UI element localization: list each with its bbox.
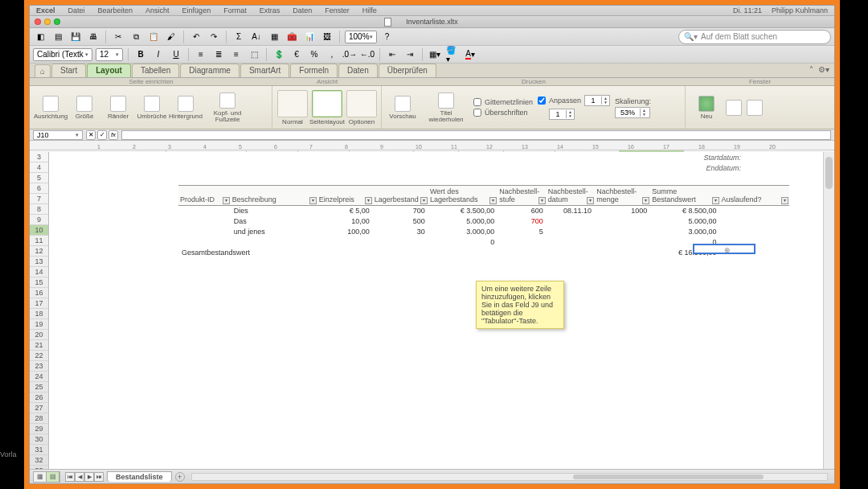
vertical-scrollbar[interactable]	[823, 152, 834, 469]
merge-cells-icon[interactable]: ⬚	[247, 47, 261, 62]
margins-button[interactable]: Ränder	[102, 96, 134, 120]
menu-hilfe[interactable]: Hilfe	[362, 6, 377, 14]
bold-icon[interactable]: B	[133, 47, 148, 62]
media-icon[interactable]: 🖼	[320, 30, 334, 44]
row-header-10[interactable]: 10	[30, 225, 48, 236]
row-header-26[interactable]: 26	[30, 392, 48, 403]
header-footer-button[interactable]: Kopf- und Fußzeile	[203, 92, 252, 123]
row-header-15[interactable]: 15	[30, 277, 48, 288]
gallery-icon[interactable]: ▦	[267, 30, 281, 44]
fx-icon[interactable]: fx	[108, 130, 118, 140]
gridlines-checkbox[interactable]: Gitternetzlinien	[473, 97, 533, 107]
filter-icon[interactable]: ▾	[223, 197, 230, 204]
row-header-25[interactable]: 25	[30, 382, 48, 392]
redo-icon[interactable]: ↷	[207, 30, 221, 44]
menu-datei[interactable]: Datei	[68, 6, 85, 14]
tab-nav-prev-icon[interactable]: ◀	[75, 472, 84, 482]
row-header-30[interactable]: 30	[30, 434, 48, 445]
table-header[interactable]: Lagerbestand▾	[373, 186, 428, 206]
table-header[interactable]: Nachbestell-stufe▾	[497, 186, 546, 206]
confirm-formula-icon[interactable]: ✓	[97, 130, 107, 140]
row-header-24[interactable]: 24	[30, 372, 48, 382]
align-left-icon[interactable]: ≡	[194, 47, 208, 62]
filter-icon[interactable]: ▾	[538, 197, 546, 204]
menu-daten[interactable]: Daten	[293, 6, 312, 14]
freeze-button[interactable]	[745, 100, 764, 116]
copy-icon[interactable]: ⧉	[129, 30, 143, 44]
filter-icon[interactable]: ▾	[642, 197, 649, 204]
decrease-indent-icon[interactable]: ⇤	[385, 47, 399, 62]
row-header-7[interactable]: 7	[30, 194, 48, 204]
view-normal-button[interactable]	[277, 90, 308, 117]
cut-icon[interactable]: ✂	[111, 30, 125, 44]
euro-icon[interactable]: €	[289, 47, 304, 62]
undo-icon[interactable]: ↶	[189, 30, 203, 44]
decrease-decimal-icon[interactable]: ←.0	[360, 47, 375, 62]
row-header-8[interactable]: 8	[30, 204, 48, 215]
row-header-19[interactable]: 19	[30, 319, 48, 330]
row-header-6[interactable]: 6	[30, 183, 48, 194]
row-header-4[interactable]: 4	[30, 162, 48, 173]
filter-icon[interactable]: ▾	[712, 197, 719, 204]
row-header-29[interactable]: 29	[30, 424, 48, 434]
fit-to-width-spin[interactable]: ▲▼	[584, 95, 610, 106]
tab-layout[interactable]: Layout	[87, 64, 131, 77]
row-header-3[interactable]: 3	[30, 152, 48, 162]
view-options-button[interactable]	[346, 90, 377, 117]
tab-nav-last-icon[interactable]: ⏭	[94, 472, 104, 482]
paste-icon[interactable]: 📋	[146, 30, 161, 44]
menu-extras[interactable]: Extras	[260, 6, 280, 14]
row-header-9[interactable]: 9	[30, 215, 48, 225]
tab-diagramme[interactable]: Diagramme	[180, 64, 240, 77]
formula-input[interactable]	[121, 130, 831, 140]
fill-color-icon[interactable]: 🪣▾	[445, 47, 460, 62]
zoom-combo[interactable]: 100%▾	[345, 31, 377, 43]
align-center-icon[interactable]: ≣	[211, 47, 226, 62]
currency-icon[interactable]: 💲	[272, 47, 286, 62]
percent-icon[interactable]: %	[307, 47, 321, 62]
print-icon[interactable]: 🖶	[86, 30, 100, 44]
increase-decimal-icon[interactable]: .0→	[342, 47, 357, 62]
row-header-28[interactable]: 28	[30, 413, 48, 424]
comma-icon[interactable]: ,	[325, 47, 339, 62]
new-workbook-icon[interactable]: ◧	[33, 30, 47, 44]
filter-icon[interactable]: ▾	[309, 197, 317, 204]
cancel-formula-icon[interactable]: ✕	[86, 130, 96, 140]
scaling-spin[interactable]: ▲▼	[615, 107, 650, 118]
table-header[interactable]: Wert des Lagerbestands▾	[428, 186, 497, 206]
breaks-button[interactable]: Umbrüche	[136, 96, 168, 120]
table-header[interactable]: Einzelpreis▾	[317, 186, 373, 206]
sheet-tab-bestandsliste[interactable]: Bestandsliste	[107, 471, 172, 482]
help-icon[interactable]: ?	[380, 30, 395, 44]
row-header-31[interactable]: 31	[30, 445, 48, 455]
row-header-23[interactable]: 23	[30, 361, 48, 372]
close-icon[interactable]	[35, 18, 41, 25]
filter-icon[interactable]: ▾	[587, 197, 594, 204]
row-header-5[interactable]: 5	[30, 173, 48, 183]
increase-indent-icon[interactable]: ⇥	[403, 47, 417, 62]
borders-icon[interactable]: ▦▾	[428, 47, 442, 62]
menu-einfuegen[interactable]: Einfügen	[182, 6, 211, 14]
font-combo[interactable]: Calibri (Textk▾	[33, 48, 92, 61]
tab-formeln[interactable]: Formeln	[290, 64, 338, 77]
filter-icon[interactable]: ▾	[781, 197, 788, 204]
row-header-12[interactable]: 12	[30, 246, 48, 257]
row-header-17[interactable]: 17	[30, 298, 48, 309]
tab-smartart[interactable]: SmartArt	[240, 64, 289, 77]
minimize-icon[interactable]	[44, 18, 51, 25]
row-header-27[interactable]: 27	[30, 403, 48, 413]
table-header[interactable]: Summe Bestandswert▾	[650, 186, 719, 206]
chart-icon[interactable]: 📊	[302, 30, 317, 44]
row-header-21[interactable]: 21	[30, 340, 48, 351]
sort-icon[interactable]: A↓	[249, 30, 264, 44]
tab-tabellen[interactable]: Tabellen	[132, 64, 179, 77]
new-window-button[interactable]: Neu	[690, 96, 723, 120]
tab-nav-next-icon[interactable]: ▶	[84, 472, 94, 482]
name-box[interactable]: J10▾	[33, 130, 83, 140]
format-painter-icon[interactable]: 🖌	[164, 30, 178, 44]
menu-bearbeiten[interactable]: Bearbeiten	[98, 6, 133, 14]
align-right-icon[interactable]: ≡	[229, 47, 244, 62]
table-header[interactable]: Auslaufend?▾	[720, 186, 789, 206]
fit-to-height-spin[interactable]: ▲▼	[549, 109, 575, 120]
autosum-icon[interactable]: Σ	[231, 30, 246, 44]
